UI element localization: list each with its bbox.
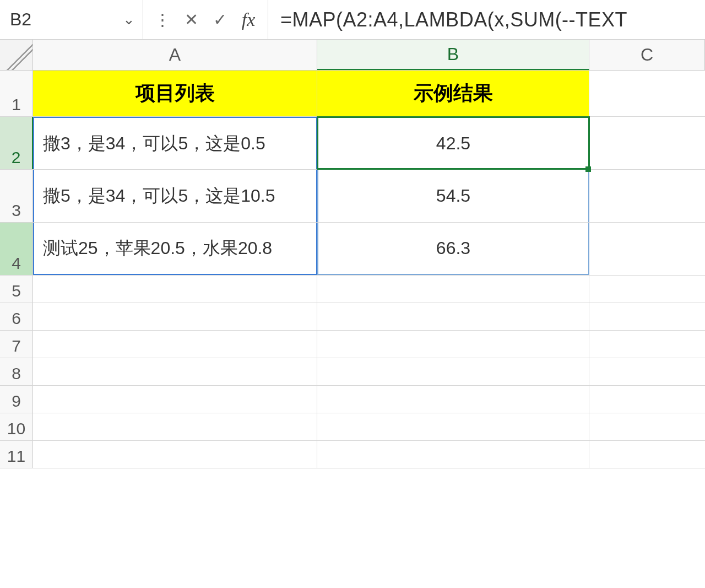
row-header-1[interactable]: 1 xyxy=(0,71,33,116)
cell-b2[interactable]: 42.5 xyxy=(317,117,589,169)
cell-c3[interactable] xyxy=(589,170,705,222)
cell-a4[interactable]: 测试25，苹果20.5，水果20.8 xyxy=(33,223,317,275)
cell-a5[interactable] xyxy=(33,276,317,303)
cell-b7[interactable] xyxy=(317,331,589,358)
column-header-b[interactable]: B xyxy=(317,40,589,70)
formula-input[interactable]: =MAP(A2:A4,LAMBDA(x,SUM(--TEXT xyxy=(268,0,705,39)
row-7: 7 xyxy=(0,331,705,358)
cell-a7[interactable] xyxy=(33,331,317,358)
row-5: 5 xyxy=(0,276,705,303)
row-6: 6 xyxy=(0,303,705,331)
cell-a8[interactable] xyxy=(33,358,317,385)
row-header-10[interactable]: 10 xyxy=(0,413,33,440)
row-8: 8 xyxy=(0,358,705,386)
cell-b10[interactable] xyxy=(317,413,589,440)
cell-c1[interactable] xyxy=(589,71,705,116)
row-9: 9 xyxy=(0,386,705,413)
name-box[interactable]: B2 ⌄ xyxy=(0,0,143,39)
name-box-value: B2 xyxy=(10,9,123,30)
row-header-3[interactable]: 3 xyxy=(0,170,33,222)
name-box-dropdown-icon[interactable]: ⌄ xyxy=(123,11,135,28)
row-2: 2 撒3，是34，可以5，这是0.5 42.5 xyxy=(0,117,705,170)
row-header-4[interactable]: 4 xyxy=(0,223,33,275)
cell-c8[interactable] xyxy=(589,358,705,385)
row-11: 11 xyxy=(0,441,705,468)
row-10: 10 xyxy=(0,413,705,441)
grid-rows: 1 项目列表 示例结果 2 撒3，是34，可以5，这是0.5 42.5 3 撒5… xyxy=(0,71,705,468)
cell-a11[interactable] xyxy=(33,441,317,468)
row-header-8[interactable]: 8 xyxy=(0,358,33,385)
formula-bar-area: B2 ⌄ ⋮ ✕ ✓ fx =MAP(A2:A4,LAMBDA(x,SUM(--… xyxy=(0,0,705,40)
cell-c5[interactable] xyxy=(589,276,705,303)
row-header-6[interactable]: 6 xyxy=(0,303,33,330)
cell-c9[interactable] xyxy=(589,386,705,413)
cell-b11[interactable] xyxy=(317,441,589,468)
spreadsheet: A B C 1 项目列表 示例结果 2 撒3，是34，可以5，这是0.5 42.… xyxy=(0,40,705,468)
row-4: 4 测试25，苹果20.5，水果20.8 66.3 xyxy=(0,223,705,276)
row-header-9[interactable]: 9 xyxy=(0,386,33,413)
cell-c6[interactable] xyxy=(589,303,705,330)
cell-c2[interactable] xyxy=(589,117,705,169)
cell-b5[interactable] xyxy=(317,276,589,303)
column-header-c[interactable]: C xyxy=(589,40,705,70)
cancel-icon[interactable]: ✕ xyxy=(182,10,200,29)
cell-c7[interactable] xyxy=(589,331,705,358)
cell-b4[interactable]: 66.3 xyxy=(317,223,589,275)
cell-b3[interactable]: 54.5 xyxy=(317,170,589,222)
cell-a1[interactable]: 项目列表 xyxy=(33,71,317,116)
cell-a6[interactable] xyxy=(33,303,317,330)
cell-b8[interactable] xyxy=(317,358,589,385)
menu-icon[interactable]: ⋮ xyxy=(153,10,172,29)
cell-a2[interactable]: 撒3，是34，可以5，这是0.5 xyxy=(33,117,317,169)
cell-b1[interactable]: 示例结果 xyxy=(317,71,589,116)
row-header-5[interactable]: 5 xyxy=(0,276,33,303)
cell-c4[interactable] xyxy=(589,223,705,275)
fx-icon[interactable]: fx xyxy=(239,9,258,30)
row-header-11[interactable]: 11 xyxy=(0,441,33,468)
column-headers: A B C xyxy=(0,40,705,71)
row-header-2[interactable]: 2 xyxy=(0,117,33,169)
column-header-a[interactable]: A xyxy=(33,40,317,70)
row-header-7[interactable]: 7 xyxy=(0,331,33,358)
select-all-corner[interactable] xyxy=(0,40,33,70)
cell-b6[interactable] xyxy=(317,303,589,330)
cell-b9[interactable] xyxy=(317,386,589,413)
cell-a10[interactable] xyxy=(33,413,317,440)
cell-a3[interactable]: 撒5，是34，可以5，这是10.5 xyxy=(33,170,317,222)
row-1: 1 项目列表 示例结果 xyxy=(0,71,705,117)
confirm-icon[interactable]: ✓ xyxy=(210,10,229,29)
cell-a9[interactable] xyxy=(33,386,317,413)
row-3: 3 撒5，是34，可以5，这是10.5 54.5 xyxy=(0,170,705,223)
cell-c11[interactable] xyxy=(589,441,705,468)
cell-c10[interactable] xyxy=(589,413,705,440)
formula-controls: ⋮ ✕ ✓ fx xyxy=(143,0,268,39)
